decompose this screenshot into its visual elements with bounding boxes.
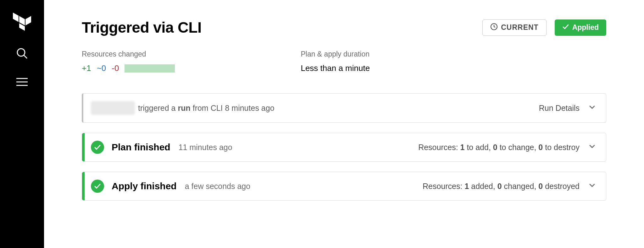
- current-badge-label: CURRENT: [501, 23, 538, 32]
- plan-title: Plan finished: [112, 142, 170, 153]
- change-delete: -0: [112, 63, 119, 73]
- run-trigger-card[interactable]: triggered a run from CLI 8 minutes ago R…: [82, 93, 606, 123]
- chevron-down-icon[interactable]: [588, 143, 596, 152]
- trigger-text-prefix: triggered a: [138, 104, 178, 112]
- duration-col: Plan & apply duration Less than a minute: [301, 50, 370, 73]
- current-badge[interactable]: CURRENT: [482, 19, 546, 36]
- apply-resource-summary: Resources: 1 added, 0 changed, 0 destroy…: [423, 182, 580, 191]
- summary-section: Resources changed +1 ~0 -0 Plan & apply …: [82, 50, 606, 73]
- chevron-down-icon[interactable]: [588, 103, 596, 113]
- plan-time: 11 minutes ago: [179, 143, 232, 152]
- run-trigger-text: triggered a run from CLI 8 minutes ago: [138, 104, 275, 113]
- main-content: Triggered via CLI CURRENT Applied: [44, 0, 644, 248]
- svg-point-4: [17, 49, 25, 56]
- apply-title: Apply finished: [112, 181, 177, 191]
- clock-icon: [490, 23, 498, 32]
- run-details-label: Run Details: [539, 104, 580, 113]
- duration-value: Less than a minute: [301, 63, 370, 73]
- applied-badge-label: Applied: [572, 23, 599, 32]
- duration-label: Plan & apply duration: [301, 50, 370, 58]
- svg-line-5: [24, 55, 27, 58]
- apply-card[interactable]: Apply finished a few seconds ago Resourc…: [82, 172, 606, 201]
- terraform-logo-icon[interactable]: [13, 11, 31, 31]
- menu-icon[interactable]: [16, 77, 28, 88]
- avatar: [91, 101, 135, 115]
- sidebar: [0, 0, 44, 248]
- title-row: Triggered via CLI CURRENT Applied: [82, 19, 606, 36]
- plan-resource-summary: Resources: 1 to add, 0 to change, 0 to d…: [418, 143, 580, 152]
- applied-badge[interactable]: Applied: [555, 19, 606, 36]
- apply-time: a few seconds ago: [185, 182, 250, 191]
- apply-status-icon: [91, 180, 104, 193]
- resources-changed-col: Resources changed +1 ~0 -0: [82, 50, 175, 73]
- resources-changed-values: +1 ~0 -0: [82, 63, 175, 73]
- search-icon[interactable]: [16, 47, 28, 61]
- change-add: +1: [82, 63, 91, 73]
- status-badges: CURRENT Applied: [482, 19, 606, 36]
- change-modify: ~0: [97, 63, 106, 73]
- resources-changed-label: Resources changed: [82, 50, 175, 58]
- trigger-text-bold: run: [178, 104, 190, 112]
- page-title: Triggered via CLI: [82, 19, 202, 36]
- chevron-down-icon[interactable]: [588, 181, 596, 191]
- plan-card[interactable]: Plan finished 11 minutes ago Resources: …: [82, 133, 606, 162]
- check-icon: [562, 23, 569, 32]
- plan-status-icon: [91, 141, 104, 154]
- svg-marker-2: [25, 16, 31, 25]
- change-bar-chart: [125, 64, 175, 73]
- trigger-text-suffix: from CLI 8 minutes ago: [191, 104, 275, 112]
- svg-marker-0: [13, 13, 19, 22]
